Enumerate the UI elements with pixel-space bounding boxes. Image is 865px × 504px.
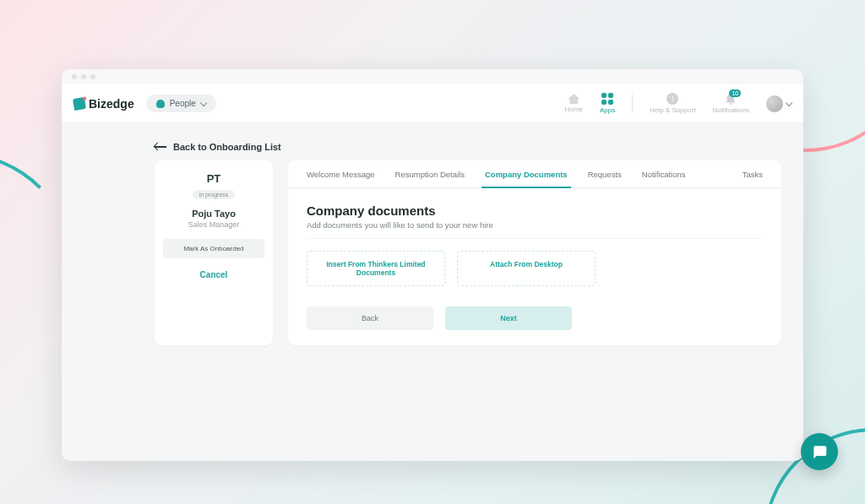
insert-from-library-button[interactable]: Insert From Thinkers Limited Documents	[307, 251, 445, 286]
nav-home-label: Home	[565, 106, 583, 113]
app-header: Bizedge People Home Apps ! Help & Suppor…	[62, 84, 803, 123]
profile-card: PT in progress Poju Tayo Sales Manager M…	[155, 160, 273, 345]
nav-apps-label: Apps	[600, 106, 615, 114]
nav-notifications-label: Notifications	[712, 106, 749, 114]
home-icon	[568, 94, 579, 104]
person-icon	[156, 100, 165, 108]
tab-company-documents[interactable]: Company Documents	[475, 160, 578, 187]
nav-help[interactable]: ! Help & Support	[650, 93, 695, 114]
attach-row: Insert From Thinkers Limited Documents A…	[307, 251, 763, 286]
arrow-left-icon	[155, 146, 166, 148]
people-label: People	[170, 99, 196, 108]
tab-notifications[interactable]: Notifications	[632, 160, 696, 187]
apps-icon	[601, 93, 613, 105]
tab-requests[interactable]: Requests	[578, 160, 632, 187]
chat-fab[interactable]	[801, 433, 838, 470]
user-menu[interactable]	[766, 95, 792, 112]
chat-icon	[811, 443, 828, 460]
people-switcher[interactable]: People	[146, 95, 216, 112]
browser-chrome	[62, 69, 803, 84]
step-nav: Back Next	[307, 306, 763, 330]
company-documents-section: Company documents Add documents you will…	[288, 188, 781, 330]
window-dot	[90, 74, 95, 79]
nav-separator	[632, 95, 633, 113]
tab-resumption-details[interactable]: Resumption Details	[385, 160, 475, 187]
back-link-text: Back to Onboarding List	[173, 142, 281, 152]
tab-welcome-message[interactable]: Welcome Message	[296, 160, 385, 187]
brand-name: Bizedge	[89, 97, 134, 111]
nav-notifications[interactable]: 10 Notifications	[712, 93, 749, 114]
nav-apps[interactable]: Apps	[600, 93, 615, 114]
brand-logo[interactable]: Bizedge	[73, 97, 134, 111]
cancel-link[interactable]: Cancel	[163, 270, 264, 279]
section-subtitle: Add documents you will like to send to y…	[307, 220, 763, 239]
back-to-list-link[interactable]: Back to Onboarding List	[155, 142, 788, 152]
employee-name: Poju Tayo	[163, 209, 264, 219]
header-nav: Home Apps ! Help & Support 10 Notificati…	[565, 93, 792, 114]
mark-onboarded-button[interactable]: Mark As Onboarded	[163, 239, 264, 258]
chevron-down-icon	[786, 99, 792, 106]
attach-from-desktop-button[interactable]: Attach From Desktop	[457, 251, 596, 286]
bell-icon: 10	[726, 93, 736, 105]
page-content: Back to Onboarding List PT in progress P…	[62, 123, 803, 360]
status-badge: in progress	[193, 190, 236, 199]
logo-mark-icon	[73, 96, 86, 110]
nav-help-label: Help & Support	[650, 106, 695, 114]
window-dot	[81, 74, 86, 79]
tab-tasks[interactable]: Tasks	[732, 160, 773, 187]
tabs-bar: Welcome Message Resumption Details Compa…	[288, 160, 781, 188]
window-dot	[72, 74, 77, 79]
chevron-down-icon	[200, 99, 207, 106]
employee-role: Sales Manager	[163, 220, 264, 229]
back-button[interactable]: Back	[307, 306, 433, 330]
section-title: Company documents	[307, 203, 763, 218]
help-icon: !	[666, 93, 678, 105]
avatar	[766, 95, 783, 112]
browser-window: Bizedge People Home Apps ! Help & Suppor…	[62, 69, 803, 461]
nav-home[interactable]: Home	[565, 94, 583, 113]
profile-initials: PT	[163, 172, 264, 185]
notification-badge: 10	[729, 89, 741, 97]
next-button[interactable]: Next	[445, 306, 572, 330]
main-card: Welcome Message Resumption Details Compa…	[288, 160, 781, 345]
